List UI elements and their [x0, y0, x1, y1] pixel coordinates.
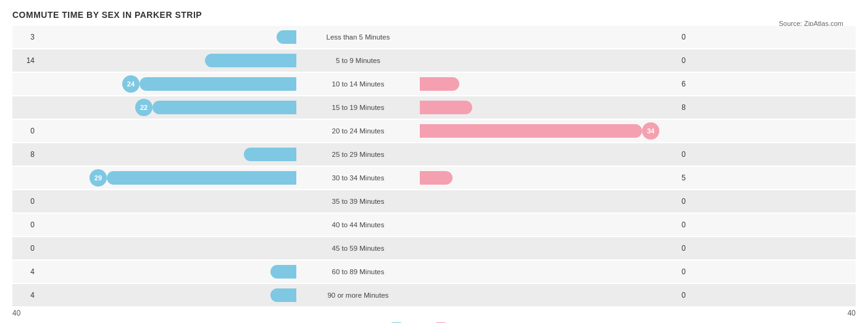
footer-row: 40 40	[12, 309, 856, 317]
female-value: 0	[679, 56, 704, 65]
chart-row: 045 to 59 Minutes0	[12, 237, 856, 259]
male-value: 0	[12, 197, 37, 206]
male-value: 3	[12, 33, 37, 41]
chart-title: COMMUTE TIME BY SEX IN PARKER STRIP	[12, 10, 856, 20]
female-value: 0	[679, 291, 704, 300]
row-label: 10 to 14 Minutes	[296, 80, 420, 88]
female-bar-container	[420, 77, 679, 91]
chart-row: 145 to 9 Minutes0	[12, 49, 856, 72]
chart-row: 2410 to 14 Minutes6	[12, 73, 856, 95]
male-bar	[107, 171, 296, 185]
female-value: 0	[679, 220, 704, 229]
chart-row: 825 to 29 Minutes0	[12, 143, 856, 166]
female-bar	[420, 101, 472, 114]
chart-row: 020 to 24 Minutes34	[12, 120, 856, 142]
male-bar-container	[37, 54, 296, 67]
male-value: 14	[12, 56, 37, 65]
male-bar-container: 29	[37, 169, 296, 187]
female-bar	[420, 124, 642, 138]
male-bubble: 29	[90, 169, 107, 187]
row-label: 25 to 29 Minutes	[296, 151, 420, 158]
footer-right: 40	[848, 309, 856, 317]
male-value: 4	[12, 291, 37, 300]
male-bar-container	[37, 30, 296, 44]
female-bar	[420, 77, 459, 91]
male-bar	[152, 101, 296, 114]
male-value: 0	[12, 220, 37, 229]
female-value: 5	[679, 174, 704, 182]
male-bar	[140, 77, 296, 91]
male-value: 8	[12, 150, 37, 159]
row-label: 20 to 24 Minutes	[296, 127, 420, 135]
female-value: 0	[679, 33, 704, 41]
row-label: 15 to 19 Minutes	[296, 104, 420, 111]
male-value: 0	[12, 127, 37, 135]
male-bar	[277, 30, 296, 44]
male-value: 4	[12, 267, 37, 276]
chart-row: 040 to 44 Minutes0	[12, 214, 856, 236]
male-bar-container	[37, 148, 296, 161]
row-label: 60 to 89 Minutes	[296, 268, 420, 275]
female-bar-container: 34	[420, 122, 679, 140]
male-bar-container	[37, 265, 296, 279]
chart-area: 3Less than 5 Minutes0145 to 9 Minutes024…	[12, 26, 856, 306]
male-bar	[205, 54, 296, 67]
chart-row: 490 or more Minutes0	[12, 284, 856, 306]
chart-row: 2215 to 19 Minutes8	[12, 96, 856, 119]
male-bubble: 24	[122, 75, 140, 93]
male-bar-container: 24	[37, 75, 296, 93]
female-value: 0	[679, 267, 704, 276]
male-bar-container	[37, 288, 296, 302]
chart-row: 3Less than 5 Minutes0	[12, 26, 856, 48]
female-value: 0	[679, 150, 704, 159]
male-bar	[270, 288, 296, 302]
female-value: 6	[679, 80, 704, 88]
row-label: 90 or more Minutes	[296, 292, 420, 299]
row-label: 35 to 39 Minutes	[296, 198, 420, 205]
female-value: 0	[679, 197, 704, 206]
female-bubble: 34	[642, 122, 659, 140]
male-bubble: 22	[135, 99, 152, 116]
footer-left: 40	[12, 309, 20, 317]
male-bar	[270, 265, 296, 279]
male-bar-container: 22	[37, 99, 296, 116]
row-label: 45 to 59 Minutes	[296, 245, 420, 252]
row-label: 40 to 44 Minutes	[296, 221, 420, 229]
row-label: 5 to 9 Minutes	[296, 57, 420, 64]
chart-row: 035 to 39 Minutes0	[12, 190, 856, 212]
female-value: 0	[679, 244, 704, 253]
chart-row: 460 to 89 Minutes0	[12, 261, 856, 283]
row-label: 30 to 34 Minutes	[296, 174, 420, 182]
male-value: 0	[12, 244, 37, 253]
female-bar-container	[420, 101, 679, 114]
male-bar	[244, 148, 296, 161]
female-bar	[420, 171, 453, 185]
row-label: Less than 5 Minutes	[296, 33, 420, 41]
female-value: 8	[679, 103, 704, 112]
chart-row: 2930 to 34 Minutes5	[12, 167, 856, 189]
female-bar-container	[420, 171, 679, 185]
